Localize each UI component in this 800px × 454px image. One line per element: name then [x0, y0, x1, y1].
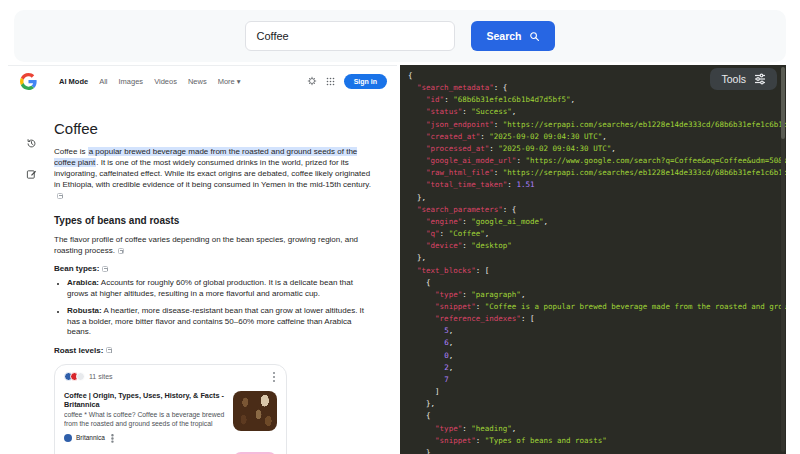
google-nav-tabs: AI Mode All Images Videos News More ▾	[59, 77, 241, 86]
json-line: "google_ai_mode_url": "https://www.googl…	[408, 155, 786, 167]
google-body: Coffee Coffee is a popular brewed bevera…	[8, 96, 397, 454]
google-nav: AI Mode All Images Videos News More ▾	[8, 66, 397, 96]
flavor-paragraph: The flavor profile of coffee varies depe…	[54, 234, 372, 256]
tab-all[interactable]: All	[99, 77, 107, 86]
json-line: "raw_html_file": "https://serpapi.com/se…	[408, 167, 786, 179]
flavor-text: The flavor profile of coffee varies depe…	[54, 235, 358, 255]
citation-icon[interactable]	[102, 266, 108, 272]
json-scrollbar[interactable]	[781, 67, 785, 452]
search-button-label: Search	[486, 30, 521, 42]
json-line: "engine": "google_ai_mode",	[408, 216, 786, 228]
list-item: Robusta: A heartier, more disease-resist…	[67, 306, 372, 338]
json-line: "json_endpoint": "https://serpapi.com/se…	[408, 119, 786, 131]
apps-grid-icon[interactable]	[326, 77, 335, 86]
list-item: Arabica: Accounts for roughly 60% of glo…	[67, 278, 372, 299]
json-line: {	[408, 277, 786, 289]
ai-answer: Coffee Coffee is a popular brewed bevera…	[54, 96, 376, 454]
bean-types-list: Arabica: Accounts for roughly 60% of glo…	[54, 278, 372, 338]
json-line: "reference_indexes": [	[408, 313, 786, 325]
json-line: {	[408, 410, 786, 422]
json-line: 7	[408, 374, 786, 386]
json-line: "id": "68b6b31efe1c6b1b4d7d5bf5",	[408, 94, 786, 106]
json-line: "status": "Success",	[408, 106, 786, 118]
json-line: "created_at": "2025-09-02 09:04:30 UTC",	[408, 131, 786, 143]
intro-paragraph: Coffee is a popular brewed beverage made…	[54, 146, 372, 201]
sign-in-button[interactable]: Sign in	[344, 74, 387, 89]
intro-pre: Coffee is	[54, 147, 88, 156]
roast-levels-label: Roast levels:	[54, 346, 372, 355]
citation-icon[interactable]	[118, 248, 124, 254]
tab-images[interactable]: Images	[119, 77, 144, 86]
tab-more[interactable]: More ▾	[218, 77, 241, 86]
json-line: "type": "paragraph",	[408, 289, 786, 301]
json-line: "text_blocks": [	[408, 265, 786, 277]
settings-icon[interactable]	[307, 76, 317, 86]
bean-types-label: Bean types:	[54, 264, 372, 273]
more-options-icon[interactable]	[273, 376, 276, 379]
json-line: "device": "desktop"	[408, 240, 786, 252]
json-line: },	[408, 192, 786, 204]
search-bar: Search	[14, 10, 786, 62]
more-options-icon[interactable]	[111, 437, 113, 439]
bullet-term: Arabica:	[67, 278, 99, 287]
tab-news[interactable]: News	[188, 77, 207, 86]
json-line: "total_time_taken": 1.51	[408, 179, 786, 191]
result-title[interactable]: Coffee | Origin, Types, Uses, History, &…	[64, 391, 225, 409]
json-line: },	[408, 252, 786, 264]
google-results-panel: AI Mode All Images Videos News More ▾	[8, 65, 397, 454]
search-button[interactable]: Search	[471, 21, 554, 51]
json-line: "processed_at": "2025-09-02 09:04:30 UTC…	[408, 143, 786, 155]
tab-ai-mode[interactable]: AI Mode	[59, 77, 88, 86]
scrollbar-thumb[interactable]	[781, 67, 785, 139]
json-line: "snippet": "Coffee is a popular brewed b…	[408, 301, 786, 313]
intro-post: . It is one of the most widely consumed …	[54, 158, 371, 189]
app: Search AI Mode All Images Videos News Mo…	[0, 0, 800, 454]
json-line: "snippet": "Types of beans and roasts"	[408, 435, 786, 447]
result-text: Coffee | Origin, Types, Uses, History, &…	[64, 391, 225, 443]
search-icon	[529, 31, 540, 42]
result-thumbnail	[233, 391, 277, 431]
site-favicon	[64, 434, 72, 442]
search-input[interactable]	[245, 21, 455, 51]
result-snippet: coffee * What is coffee? Coffee is a bev…	[64, 411, 225, 429]
compose-icon[interactable]	[26, 169, 37, 180]
json-line: "type": "heading",	[408, 423, 786, 435]
source-result[interactable]: Coffee | Origin, Types, Uses, History, &…	[64, 391, 277, 443]
json-line: "search_parameters": {	[408, 204, 786, 216]
json-line: "q": "Coffee",	[408, 228, 786, 240]
json-line: 2,	[408, 362, 786, 374]
tab-videos[interactable]: Videos	[154, 77, 177, 86]
tune-icon	[754, 73, 766, 85]
bullet-text: A heartier, more disease-resistant bean …	[67, 306, 364, 336]
google-logo	[20, 73, 37, 90]
roast-levels-text: Roast levels:	[54, 346, 103, 355]
result-source-row: Britannica	[64, 433, 225, 444]
tools-button[interactable]: Tools	[710, 68, 777, 90]
sources-card-header: 11 sites	[64, 372, 277, 383]
json-line: },	[408, 398, 786, 410]
json-line: 6,	[408, 337, 786, 349]
section-heading: Types of beans and roasts	[54, 215, 372, 226]
google-sidebar	[8, 96, 54, 454]
bullet-text: Accounts for roughly 60% of global produ…	[67, 278, 353, 298]
json-line: 0,	[408, 350, 786, 362]
tools-label: Tools	[721, 73, 746, 85]
history-icon[interactable]	[26, 138, 37, 149]
result-source[interactable]: Britannica	[76, 434, 105, 441]
sources-results: Coffee | Origin, Types, Uses, History, &…	[64, 391, 277, 454]
google-nav-right: Sign in	[307, 74, 387, 89]
json-line: 5,	[408, 325, 786, 337]
citation-icon[interactable]	[106, 347, 112, 353]
site-favicon	[76, 372, 85, 381]
favicon-stack	[64, 372, 82, 381]
bullet-term: Robusta:	[67, 306, 102, 315]
json-line: },	[408, 447, 786, 454]
sources-card: 11 sites Coffee | Origin, Types, Uses, H…	[54, 364, 287, 454]
page-title: Coffee	[54, 120, 372, 137]
json-line: ]	[408, 386, 786, 398]
json-viewer[interactable]: { "search_metadata": { "id": "68b6b31efe…	[400, 65, 786, 454]
json-panel: { "search_metadata": { "id": "68b6b31efe…	[400, 65, 786, 454]
bean-types-text: Bean types:	[54, 264, 99, 273]
sites-count: 11 sites	[89, 373, 113, 380]
citation-icon[interactable]	[57, 193, 63, 199]
